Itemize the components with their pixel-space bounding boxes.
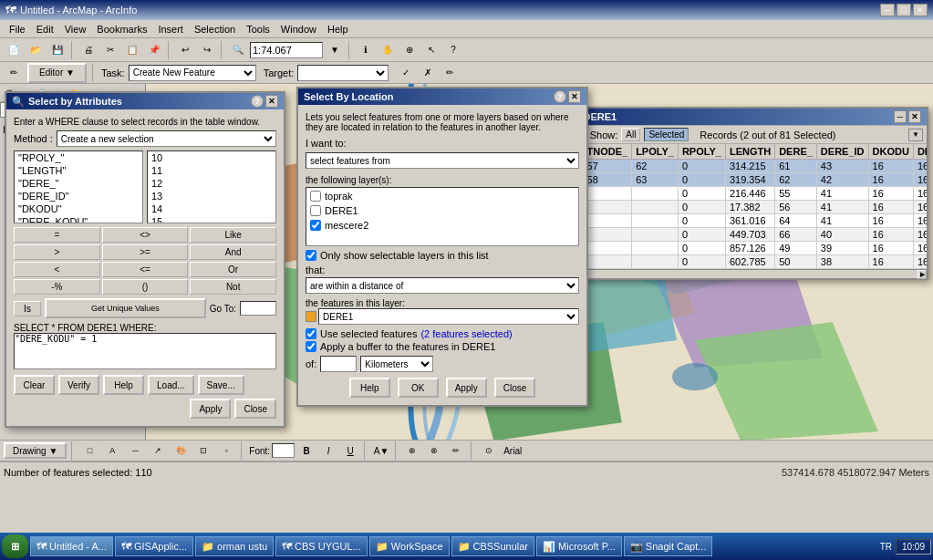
col-dereid[interactable]: DERE_ID [816,144,868,160]
attr-table-minimize[interactable]: ─ [894,110,907,123]
clear-btn[interactable]: Clear [14,375,55,395]
draw-fill[interactable]: 🎨 [171,441,191,461]
layers-listbox[interactable]: toprak DERE1 mescere2 [306,187,579,246]
new-button[interactable]: 📄 [4,40,24,60]
menu-tools[interactable]: Tools [241,22,275,36]
layer-toprak-row[interactable]: toprak [306,190,578,202]
layer-mescere2-row[interactable]: mescere2 [306,219,578,232]
target-dropdown[interactable] [297,65,389,81]
query-textarea[interactable]: "DERE_KODU" = 1 [14,333,276,369]
font-sym2[interactable]: ⊗ [424,441,444,461]
font-size-input[interactable]: 10 [272,443,295,458]
editor-dropdown-btn[interactable]: Editor ▼ [27,63,87,83]
op-gt[interactable]: > [14,244,100,260]
only-selectable-check[interactable] [306,250,316,261]
help-tool-button[interactable]: ? [443,40,463,60]
taskbar-item-workspace[interactable]: 📁 WorkSpace [369,536,450,556]
scale-box[interactable]: 1:74.067 [250,42,323,58]
val-12[interactable]: 12 [148,177,275,190]
sba-close-btn[interactable]: ✕ [265,95,278,108]
check-icon[interactable]: ✓ [396,63,416,83]
start-button[interactable]: ⊞ [2,534,28,558]
op-and[interactable]: And [190,244,276,260]
sbl-close-x-btn[interactable]: ✕ [568,90,581,103]
field-rpoly[interactable]: "RPOLY_" [15,151,142,164]
menu-file[interactable]: File [4,22,31,36]
h-scroll-right[interactable]: ▶ [917,270,927,279]
taskbar-item-arcmap[interactable]: 🗺 Untitled - A... [30,536,113,556]
minimize-button[interactable]: ─ [880,4,895,16]
values-listbox[interactable]: 10 11 12 13 14 15 16 [147,150,276,223]
font-bold[interactable]: B [296,441,316,461]
layer-dere1-row[interactable]: DERE1 [306,204,578,217]
undo-button[interactable]: ↩ [175,40,195,60]
i-want-to-dropdown[interactable]: select features from [306,152,579,169]
load-btn[interactable]: Load... [148,375,194,395]
font-italic[interactable]: I [318,441,338,461]
taskbar-item-orman[interactable]: 📁 orman ustu [195,536,274,556]
sbl-help-icon[interactable]: ? [554,90,566,103]
sbl-apply-btn[interactable]: Apply [446,378,487,398]
that-dropdown[interactable]: are within a distance of [306,277,579,294]
val-15[interactable]: 15 [148,215,275,223]
op-percent[interactable]: -% [14,279,100,295]
copy-button[interactable]: 📋 [122,40,142,60]
menu-view[interactable]: View [59,22,92,36]
attr-options-btn[interactable]: ▼ [908,129,923,141]
menu-bookmarks[interactable]: Bookmarks [91,22,152,36]
scale-dropdown[interactable]: ▼ [325,40,345,60]
col-derekodu[interactable]: DERE_KODU [913,144,927,160]
cut-button[interactable]: ✂ [100,40,120,60]
redo-button[interactable]: ↪ [197,40,217,60]
apply-buffer-check[interactable] [306,341,316,352]
sba-apply-btn[interactable]: Apply [190,399,231,419]
save-btn[interactable]: Save... [198,375,244,395]
go-to-input[interactable] [240,301,276,316]
font-color[interactable]: A▼ [371,441,391,461]
field-length[interactable]: "LENGTH" [15,164,142,177]
sketch-icon[interactable]: ✏ [440,63,460,83]
taskbar-item-microsoftp[interactable]: 📊 Microsoft P... [536,536,622,556]
menu-edit[interactable]: Edit [31,22,59,36]
sbl-help-btn[interactable]: Help [349,378,390,398]
pan-button[interactable]: ✋ [378,40,398,60]
select-button[interactable]: ↖ [421,40,441,60]
zoom-full-button[interactable]: ⊕ [399,40,420,60]
buffer-value-input[interactable]: 1 [320,356,357,372]
taskbar-item-gis[interactable]: 🗺 GISApplic... [115,536,193,556]
taskbar-item-cbs[interactable]: 🗺 CBS UYGUL... [275,536,368,556]
close-button[interactable]: ✕ [913,4,928,16]
col-dkodu[interactable]: DKODU [868,144,913,160]
drawing-dropdown[interactable]: Drawing ▼ [4,442,67,459]
sba-close-bottom-btn[interactable]: Close [234,399,276,419]
features-layer-dropdown[interactable]: DERE1 [318,308,579,325]
layer-dere1-check[interactable] [310,205,321,216]
op-parens[interactable]: () [102,279,189,295]
val-10[interactable]: 10 [148,151,275,164]
identify-button[interactable]: ℹ [356,40,376,60]
col-dere[interactable]: DERE_ [775,144,817,160]
draw-text[interactable]: A [102,441,122,461]
col-tnode[interactable]: TNODE_ [583,144,632,160]
field-dereid[interactable]: "DERE_ID" [15,190,142,202]
layer-mescere2-check[interactable] [310,220,321,231]
menu-window[interactable]: Window [275,22,322,36]
attr-table-close[interactable]: ✕ [908,110,921,123]
val-14[interactable]: 14 [148,202,275,215]
menu-insert[interactable]: Insert [152,22,189,36]
op-lte[interactable]: <= [102,262,189,277]
col-lpoly[interactable]: LPOLY_ [632,144,679,160]
show-all-btn[interactable]: All [621,128,640,141]
task-dropdown[interactable]: Create New Feature [129,65,256,81]
taskbar-item-snagit[interactable]: 📷 Snagit Capt... [624,536,713,556]
draw-rectangle[interactable]: □ [79,441,99,461]
draw-shadow[interactable]: ▫ [216,441,236,461]
show-selected-btn[interactable]: Selected [644,128,689,141]
draw-border[interactable]: ⊡ [193,441,213,461]
x-icon[interactable]: ✗ [418,63,438,83]
layer-toprak-check[interactable] [310,191,321,202]
print-button[interactable]: 🖨 [78,40,98,60]
op-ne[interactable]: <> [102,227,189,243]
draw-line[interactable]: ─ [125,441,145,461]
sbl-close-btn[interactable]: Close [494,378,536,398]
